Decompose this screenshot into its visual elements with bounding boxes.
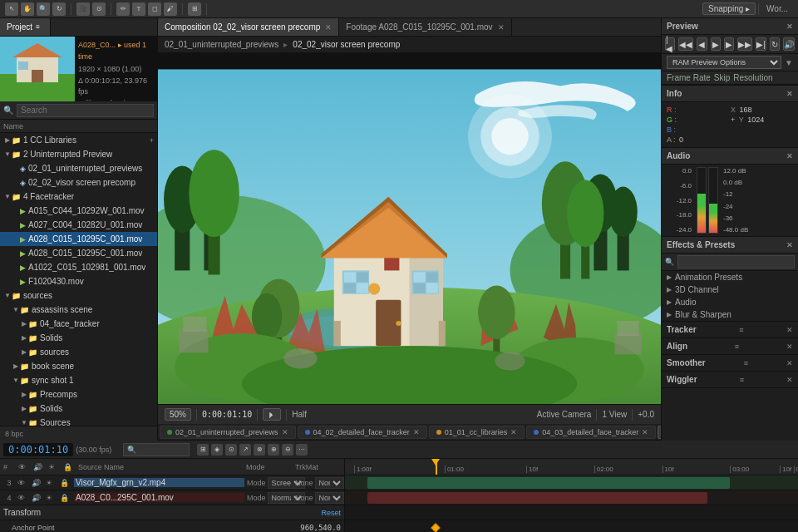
- snapping-button[interactable]: Snapping ▸: [702, 2, 756, 15]
- rotate-tool[interactable]: ↻: [52, 2, 66, 16]
- orbit-tool[interactable]: ⊙: [92, 2, 106, 16]
- breadcrumb-comp1[interactable]: 02_01_uninterrupted_previews: [165, 40, 278, 49]
- footage-tab-close[interactable]: ✕: [498, 23, 505, 32]
- track-lock-3[interactable]: 🔒: [60, 479, 71, 487]
- track-solo-3[interactable]: ☀: [46, 479, 57, 487]
- shape-tool[interactable]: ◻: [148, 2, 161, 16]
- select-tool[interactable]: ↖: [5, 2, 18, 16]
- track-audio-3[interactable]: 🔊: [32, 479, 43, 487]
- comp-tab-01[interactable]: 02_01_uninterrupted_previews ✕: [160, 426, 296, 439]
- comp-tab-close-01cc[interactable]: ✕: [510, 428, 517, 436]
- comp-tab-close-1[interactable]: ✕: [325, 23, 332, 32]
- trkmat-select-3[interactable]: None: [315, 477, 344, 489]
- tab-comp-main[interactable]: Composition 02_02_visor screen precomp ✕: [158, 18, 339, 36]
- project-search-input[interactable]: [17, 104, 154, 117]
- tree-item-mov4[interactable]: ▶ A028_C015_10295C_001.mov: [0, 246, 157, 260]
- info-collapse[interactable]: ✕: [786, 90, 793, 98]
- prev-next-frame[interactable]: ▶▶: [737, 37, 752, 51]
- effects-item-blur[interactable]: ▶ Blur & Sharpen: [662, 308, 798, 321]
- tree-item-mov1[interactable]: ▶ A015_C044_10292W_001.mov: [0, 204, 157, 218]
- audio-collapse[interactable]: ✕: [786, 152, 793, 160]
- tree-item-cc-libraries[interactable]: ▶ 📁 1 CC Libraries +: [0, 133, 157, 147]
- tree-item-sync[interactable]: ▼ 📁 sync shot 1: [0, 373, 157, 387]
- tl-icon-4[interactable]: ↗: [239, 444, 251, 456]
- puppet-tool[interactable]: ⊞: [188, 2, 201, 16]
- effects-collapse[interactable]: ✕: [786, 241, 793, 249]
- workspace-label[interactable]: Wor...: [761, 4, 793, 13]
- tracker-menu[interactable]: ≡: [739, 326, 743, 334]
- wiggler-menu[interactable]: ≡: [740, 376, 744, 384]
- prev-play[interactable]: ▶: [711, 37, 721, 51]
- transform-reset[interactable]: Reset: [321, 509, 341, 517]
- preview-collapse[interactable]: ✕: [786, 22, 793, 31]
- timeline-search[interactable]: 🔍: [123, 443, 190, 456]
- prev-loop[interactable]: ↻: [770, 37, 780, 51]
- tree-item-mov3-selected[interactable]: ▶ A028_C015_10295C_001.mov: [0, 232, 157, 246]
- track-solo-4[interactable]: ☀: [46, 494, 57, 502]
- tl-icon-8[interactable]: ⋯: [296, 444, 308, 456]
- hand-tool[interactable]: ✋: [21, 2, 34, 16]
- tl-icon-3[interactable]: ⊙: [225, 444, 237, 456]
- comp-tab-close-01[interactable]: ✕: [282, 428, 288, 436]
- track-audio-4[interactable]: 🔊: [32, 494, 43, 502]
- tree-item-sources2[interactable]: ▶ 📁 sources: [0, 345, 157, 359]
- tree-item-precomps[interactable]: ▶ 📁 Precomps: [0, 387, 157, 401]
- tracker-collapse[interactable]: ✕: [786, 326, 793, 334]
- prev-forward[interactable]: ▶: [724, 37, 734, 51]
- tab-project[interactable]: Project ≡: [0, 18, 51, 36]
- tl-icon-7[interactable]: ⊖: [282, 444, 293, 456]
- tree-item-sources[interactable]: ▼ 📁 sources: [0, 288, 157, 303]
- ram-options-menu[interactable]: ▼: [785, 58, 793, 67]
- tree-item-sources3[interactable]: ▼ 📁 Sources: [0, 416, 157, 426]
- wiggler-collapse[interactable]: ✕: [786, 376, 793, 384]
- tree-item-mov2[interactable]: ▶ A027_C004_10282U_001.mov: [0, 218, 157, 232]
- ram-options-dropdown[interactable]: RAM Preview Options: [667, 56, 781, 69]
- timeline-playhead-marker[interactable]: [436, 459, 437, 475]
- track-lock-4[interactable]: 🔒: [60, 494, 71, 502]
- comp-tab-04[interactable]: 04_02_detailed_face_tracker ✕: [298, 426, 427, 439]
- zoom-tool[interactable]: 🔍: [37, 2, 50, 16]
- effects-item-animation[interactable]: ▶ Animation Presets: [662, 271, 798, 283]
- tree-item-uninterrupted[interactable]: ▼ 📁 2 Uninterrupted Preview: [0, 147, 157, 161]
- tree-item-face-tracker[interactable]: ▶ 📁 04_face_tracker: [0, 317, 157, 331]
- keyframe-diamond-1[interactable]: [431, 523, 440, 532]
- brush-tool[interactable]: 🖌: [164, 2, 177, 16]
- comp-tab-close-04[interactable]: ✕: [413, 428, 420, 436]
- comp-tab-04b[interactable]: 04_03_detailed_face_tracker ✕: [526, 426, 656, 439]
- project-file-tree[interactable]: ▶ 📁 1 CC Libraries + ▼ 📁 2 Uninterrupted…: [0, 133, 157, 426]
- track-vis-4[interactable]: 👁: [17, 494, 29, 502]
- tree-item-book[interactable]: ▶ 📁 book scene: [0, 359, 157, 373]
- effects-search-input[interactable]: [677, 255, 795, 268]
- tree-item-solids1[interactable]: ▶ 📁 Solids: [0, 331, 157, 345]
- tree-item-assassins[interactable]: ▼ 📁 assassins scene: [0, 303, 157, 317]
- playback-btn[interactable]: ⏵: [263, 408, 281, 421]
- timeline-time-display[interactable]: 0:00:01:10: [3, 443, 73, 456]
- effects-item-3d[interactable]: ▶ 3D Channel: [662, 283, 798, 296]
- skip-label[interactable]: Skip: [714, 73, 730, 82]
- smoother-collapse[interactable]: ✕: [786, 359, 793, 367]
- tl-icon-2[interactable]: ◈: [211, 444, 223, 456]
- tl-icon-6[interactable]: ⊕: [268, 444, 279, 456]
- zoom-display[interactable]: 50%: [165, 408, 191, 421]
- prev-prev-frame[interactable]: ◀◀: [678, 37, 693, 51]
- align-collapse[interactable]: ✕: [786, 342, 793, 351]
- camera-tool[interactable]: 🎥: [76, 2, 90, 16]
- align-menu[interactable]: ≡: [735, 342, 739, 351]
- tree-item-comp2[interactable]: ◈ 02_02_visor screen precomp: [0, 175, 157, 190]
- frame-rate-label[interactable]: Frame Rate: [667, 73, 711, 82]
- tree-item-comp1[interactable]: ◈ 02_01_uninterrupted_previews: [0, 161, 157, 175]
- tree-item-mov5[interactable]: ▶ A1022_C015_102981_001.mov: [0, 260, 157, 274]
- tree-item-solids2[interactable]: ▶ 📁 Solids: [0, 401, 157, 416]
- panel-menu-icon[interactable]: ≡: [36, 23, 40, 31]
- add-icon-1[interactable]: +: [150, 136, 154, 145]
- resolution-label-prev[interactable]: Resolution: [733, 73, 772, 82]
- tree-item-mov6[interactable]: ▶ F1020430.mov: [0, 274, 157, 288]
- comp-tab-01cc[interactable]: 01_01_cc_libraries ✕: [429, 426, 525, 439]
- prev-back[interactable]: ◀: [697, 37, 707, 51]
- tl-icon-1[interactable]: ⊞: [197, 444, 209, 456]
- tree-item-facetracker[interactable]: ▼ 📁 4 Facetracker: [0, 190, 157, 204]
- timeline-search-input[interactable]: [136, 446, 186, 454]
- pen-tool[interactable]: ✏: [116, 2, 130, 16]
- tab-footage[interactable]: Footage A028_C015_10295C_001.mov ✕: [339, 18, 511, 36]
- track-vis-3[interactable]: 👁: [17, 479, 29, 487]
